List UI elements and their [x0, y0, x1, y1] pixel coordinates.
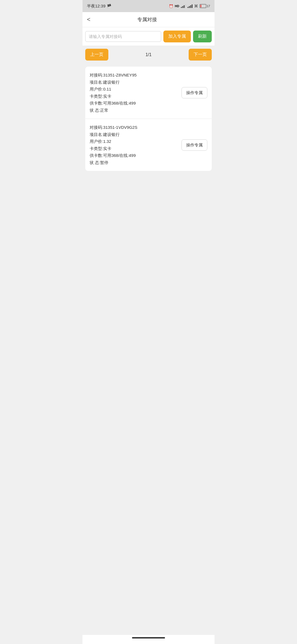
signal-bar2-3 — [190, 5, 191, 8]
signal-bar2-1 — [188, 7, 188, 8]
refresh-button[interactable]: 刷新 — [193, 31, 212, 42]
pagination: 上一页 1/1 下一页 — [82, 46, 215, 63]
join-button[interactable]: 加入专属 — [163, 31, 191, 42]
signal-bar-3 — [184, 5, 185, 8]
home-indicator — [132, 637, 165, 638]
item-1-action-button[interactable]: 操作专属 — [182, 87, 207, 98]
search-input[interactable] — [85, 31, 161, 42]
signal-bars-2 — [188, 4, 193, 8]
item-1-card-type: 卡类型:实卡 — [90, 93, 180, 100]
battery-icon — [200, 4, 206, 8]
back-button[interactable]: < — [87, 16, 93, 23]
prev-page-button[interactable]: 上一页 — [85, 49, 108, 61]
battery-fill — [200, 5, 202, 7]
item-1-supply: 供卡数:可用368/在线:499 — [90, 100, 180, 107]
wifi-icon: ⌘ — [194, 4, 198, 8]
item-2-code: 对接码:31351-1VDV9G2S — [90, 124, 180, 131]
header: < 专属对接 — [82, 12, 215, 27]
status-icons: ⏰ HD ⌘ 17 — [169, 4, 210, 8]
toolbar: 加入专属 刷新 — [82, 27, 215, 46]
battery-container: 17 — [200, 4, 210, 8]
pagination-info: 1/1 — [145, 52, 152, 57]
signal-bar-1 — [181, 7, 182, 8]
item-1-price: 用户价:0.11 — [90, 86, 180, 93]
status-bar: 半夜12:39 🏴 ⏰ HD ⌘ 17 — [82, 0, 215, 12]
signal-bar2-4 — [192, 4, 193, 8]
item-2-status: 状 态:暂停 — [90, 159, 180, 166]
bottom-spacer — [82, 174, 215, 191]
status-time: 半夜12:39 🏴 — [87, 4, 111, 9]
item-2-project: 项目名:建设银行 — [90, 131, 180, 138]
notification-icon: 🏴 — [107, 4, 111, 8]
signal-bar-4 — [185, 4, 186, 8]
next-page-button[interactable]: 下一页 — [189, 49, 212, 61]
alarm-icon: ⏰ — [169, 4, 173, 8]
list-item: 对接码:31351-Z8VNEY95 项目名:建设银行 用户价:0.11 卡类型… — [85, 67, 212, 119]
page-title: 专属对接 — [93, 16, 202, 23]
bottom-bar — [82, 635, 215, 644]
main-content: 对接码:31351-Z8VNEY95 项目名:建设银行 用户价:0.11 卡类型… — [82, 63, 215, 174]
items-card: 对接码:31351-Z8VNEY95 项目名:建设银行 用户价:0.11 卡类型… — [85, 67, 212, 171]
item-2-action-button[interactable]: 操作专属 — [182, 139, 207, 151]
signal-bar-2 — [182, 6, 183, 8]
item-1-code: 对接码:31351-Z8VNEY95 — [90, 72, 180, 79]
item-1-status: 状 态:正常 — [90, 107, 180, 114]
time-text: 半夜12:39 — [87, 4, 106, 9]
signal-bars — [181, 4, 186, 8]
hd-label: HD — [175, 4, 179, 8]
item-2-price: 用户价:1.32 — [90, 138, 180, 145]
item-1-project: 项目名:建设银行 — [90, 79, 180, 86]
battery-level: 17 — [207, 4, 210, 8]
item-2-supply: 供卡数:可用368/在线:499 — [90, 152, 180, 159]
item-2-card-type: 卡类型:实卡 — [90, 145, 180, 152]
list-item: 对接码:31351-1VDV9G2S 项目名:建设银行 用户价:1.32 卡类型… — [85, 119, 212, 171]
signal-bar2-2 — [189, 6, 190, 8]
